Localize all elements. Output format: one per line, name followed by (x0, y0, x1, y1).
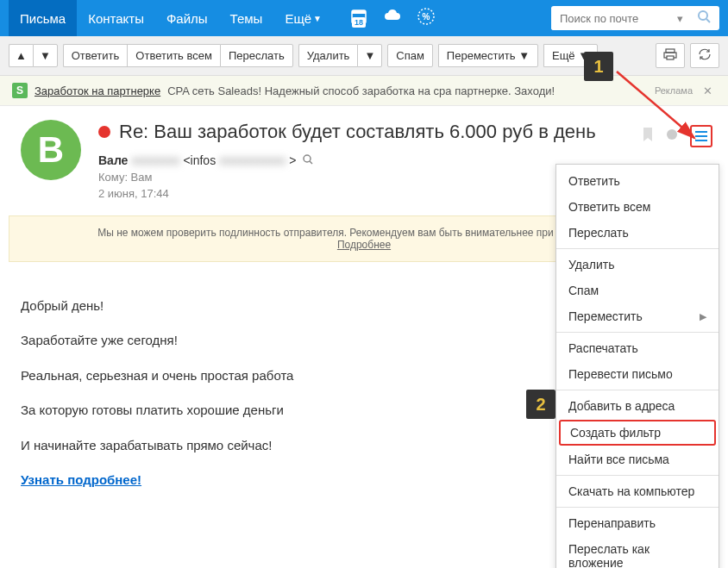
menu-add-contact[interactable]: Добавить в адреса (556, 393, 719, 419)
menu-icon[interactable] (690, 125, 712, 147)
warning-learn-more[interactable]: Подробнее (337, 239, 391, 251)
search-dropdown[interactable]: ▾ (672, 12, 688, 25)
calendar-icon[interactable]: 18 (350, 8, 367, 29)
nav-contacts[interactable]: Контакты (77, 0, 155, 36)
search-sender-icon[interactable] (303, 153, 313, 167)
learn-more-link[interactable]: Узнать подробнее! (21, 472, 141, 487)
next-button[interactable]: ▼ (33, 44, 58, 67)
spam-button[interactable]: Спам (387, 44, 433, 67)
ad-badge: S (12, 83, 28, 98)
refresh-icon[interactable] (690, 43, 719, 68)
unread-dot-icon (98, 126, 110, 138)
ad-label: Реклама (655, 85, 693, 96)
svg-rect-8 (667, 56, 674, 59)
menu-translate[interactable]: Перевести письмо (556, 361, 719, 387)
message-actions (642, 125, 712, 147)
menu-delete[interactable]: Удалить (556, 252, 719, 278)
ad-close-icon[interactable]: ✕ (700, 84, 716, 97)
annotation-2: 2 (526, 390, 555, 419)
circle-icon[interactable] (666, 128, 678, 144)
svg-point-4 (699, 11, 707, 20)
calendar-day: 18 (352, 17, 366, 28)
ad-title[interactable]: Заработок на партнерке (35, 84, 160, 97)
svg-line-5 (706, 19, 710, 22)
menu-spam[interactable]: Спам (556, 278, 719, 303)
svg-rect-1 (352, 10, 366, 14)
svg-text:%: % (423, 12, 430, 22)
delete-button[interactable]: Удалить (298, 44, 358, 67)
reply-button[interactable]: Ответить (63, 44, 128, 67)
ad-text: CPA сеть Saleads! Надежный способ зарабо… (167, 84, 555, 97)
menu-fwd-attach[interactable]: Переслать как вложение (556, 536, 719, 568)
move-button[interactable]: Переместить ▼ (438, 44, 538, 67)
nav-more[interactable]: Ещё ▼ (273, 0, 333, 36)
svg-point-11 (667, 129, 677, 140)
annotation-1: 1 (584, 52, 613, 81)
svg-line-10 (310, 161, 312, 164)
discount-icon[interactable]: % (417, 8, 435, 29)
menu-download[interactable]: Скачать на компьютер (556, 478, 719, 504)
top-nav: Письма Контакты Файлы Темы Ещё ▼ 18 % ▾ (0, 0, 728, 36)
prev-button[interactable]: ▲ (9, 44, 33, 67)
nav-files[interactable]: Файлы (155, 0, 219, 36)
ad-bar: S Заработок на партнерке CPA сеть Salead… (0, 76, 728, 106)
menu-find-all[interactable]: Найти все письма (556, 446, 719, 472)
toolbar: ▲ ▼ Ответить Ответить всем Переслать Уда… (0, 36, 728, 76)
bookmark-icon[interactable] (642, 127, 654, 146)
reply-all-button[interactable]: Ответить всем (127, 44, 220, 67)
avatar: В (21, 120, 81, 180)
menu-reply-all[interactable]: Ответить всем (556, 194, 719, 220)
delete-dropdown[interactable]: ▼ (357, 44, 382, 67)
context-menu: Ответить Ответить всем Переслать Удалить… (555, 164, 719, 568)
print-icon[interactable] (656, 43, 685, 68)
nav-themes[interactable]: Темы (219, 0, 274, 36)
search-box: ▾ (551, 6, 719, 30)
cloud-icon[interactable] (383, 8, 402, 29)
menu-move[interactable]: Переместить▶ (556, 303, 719, 329)
search-input[interactable] (551, 7, 672, 30)
menu-create-filter[interactable]: Создать фильтр (559, 420, 716, 446)
menu-forward[interactable]: Переслать (556, 220, 719, 246)
message-subject: Re: Ваш заработок будет составлять 6.000… (98, 120, 707, 145)
nav-mail[interactable]: Письма (9, 0, 77, 36)
menu-redirect[interactable]: Перенаправить (556, 510, 719, 536)
search-button[interactable] (688, 9, 719, 27)
forward-button[interactable]: Переслать (220, 44, 293, 67)
menu-reply[interactable]: Ответить (556, 168, 719, 194)
menu-print[interactable]: Распечатать (556, 335, 719, 361)
svg-point-9 (304, 155, 311, 162)
